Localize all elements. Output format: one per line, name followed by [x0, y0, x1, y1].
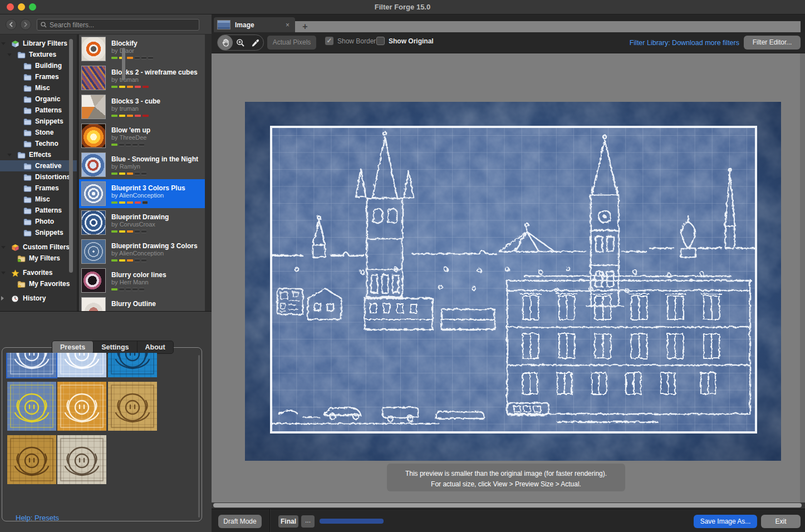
forward-button[interactable] — [20, 19, 31, 30]
presets-scrollbar[interactable] — [198, 355, 200, 518]
tree-item-frames[interactable]: Frames — [0, 183, 77, 194]
disclosure-down-icon[interactable] — [1, 42, 6, 45]
presets-tab-about[interactable]: About — [138, 341, 173, 353]
help-presets-link[interactable]: Help: Presets — [16, 514, 59, 522]
filter-item-blocks-3-cube[interactable]: Blocks 3 - cubeby truman — [79, 92, 205, 121]
tree-item-effects[interactable]: Effects — [0, 149, 77, 160]
filter-item-blueprint-3-colors-plus[interactable]: Blueprint 3 Colors Plusby AlienConceptio… — [79, 179, 205, 208]
filter-name: Blow 'em up — [111, 126, 150, 134]
tree-item-label: Frames — [35, 73, 59, 81]
tree-item-my-favorites[interactable]: My Favorites — [0, 278, 77, 289]
presets-tab-settings[interactable]: Settings — [94, 341, 137, 353]
document-tab-bar: + Image × — [212, 14, 805, 32]
tree-item-favorites[interactable]: Favorites — [0, 267, 77, 278]
preset-tile-2[interactable] — [57, 353, 106, 377]
preset-tile-4[interactable] — [7, 382, 56, 431]
disclosure-down-icon[interactable] — [1, 246, 6, 249]
filter-name: Blueprint Drawing 3 Colors — [111, 242, 198, 250]
tree-item-history[interactable]: History — [0, 293, 77, 304]
folder-icon — [23, 196, 32, 203]
tree-item-library-filters[interactable]: Library Filters — [0, 38, 77, 49]
filter-library-link[interactable]: Filter Library: Download more filters — [630, 39, 739, 47]
show-original-checkbox[interactable] — [376, 37, 385, 45]
search-input[interactable] — [50, 21, 195, 29]
tab-image[interactable]: Image × — [214, 17, 295, 32]
filter-list-scrollbar[interactable] — [122, 48, 125, 80]
tree-item-building[interactable]: Building — [0, 60, 77, 71]
tree-item-stone[interactable]: Stone — [0, 127, 77, 138]
filter-item-blurry-outline[interactable]: Blurry Outline — [79, 295, 205, 312]
tree-item-techno[interactable]: Techno — [0, 138, 77, 149]
filter-item-blueprint-drawing-3-colors[interactable]: Blueprint Drawing 3 Colorsby AlienConcep… — [79, 237, 205, 266]
magnifier-plus-icon — [236, 38, 245, 47]
preview-canvas[interactable]: This preview is smaller than the origina… — [212, 53, 805, 503]
tree-item-distortions[interactable]: Distortions — [0, 171, 77, 183]
filter-item-blurry-color-lines[interactable]: Blurry color linesby Herr Mann — [79, 266, 205, 295]
tree-item-photo[interactable]: Photo — [0, 216, 77, 227]
preset-tile-1[interactable] — [7, 353, 56, 377]
filter-rating-bar — [111, 144, 144, 146]
presets-tab-presets[interactable]: Presets — [52, 341, 94, 353]
draft-mode-button[interactable]: Draft Mode — [218, 515, 262, 528]
save-image-as-button[interactable]: Save Image As... — [694, 515, 757, 528]
tab-close-icon[interactable]: × — [286, 21, 289, 29]
filter-item-blockify[interactable]: Blockifyby Diaor — [79, 35, 205, 63]
filter-rating-bar — [111, 259, 146, 262]
filter-item-blueprint-drawing[interactable]: Blueprint Drawingby CorvusCroax — [79, 208, 205, 237]
search-icon — [41, 22, 47, 28]
tree-item-label: Library Filters — [23, 40, 67, 47]
tree-item-label: Techno — [35, 140, 58, 147]
tree-item-creative[interactable]: Creative — [0, 160, 77, 171]
tree-item-patterns[interactable]: Patterns — [0, 105, 77, 116]
disclosure-down-icon[interactable] — [7, 154, 12, 156]
preview-toolbar: Actual Pixels ✓ Show Border Show Origina… — [212, 32, 805, 53]
hand-tool-button[interactable] — [218, 35, 233, 50]
disclosure-down-icon[interactable] — [7, 53, 12, 56]
preset-tile-6[interactable] — [108, 382, 157, 431]
tree-item-label: Misc — [35, 84, 50, 92]
filter-author: by AlienConception — [111, 250, 164, 257]
disclosure-down-icon[interactable] — [1, 272, 6, 274]
filter-item-blow-em-up[interactable]: Blow 'em upby ThreeDee — [79, 121, 205, 150]
quality-options-button[interactable]: ... — [301, 515, 315, 528]
tree-item-snippets[interactable]: Snippets — [0, 227, 77, 238]
tree-item-misc[interactable]: Misc — [0, 82, 77, 93]
search-box[interactable] — [37, 19, 199, 31]
filter-item-blue-snowing-in-the-night[interactable]: Blue - Snowing in the Nightby Ramlyn — [79, 150, 205, 179]
tree-item-organic[interactable]: Organic — [0, 93, 77, 105]
eyedropper-tool-button[interactable] — [248, 35, 263, 50]
filter-name: Blueprint Drawing — [111, 213, 169, 221]
exit-button[interactable]: Exit — [761, 515, 801, 528]
tree-item-my-filters[interactable]: My Filters — [0, 253, 77, 264]
back-button[interactable] — [6, 19, 17, 30]
tree-item-patterns[interactable]: Patterns — [0, 205, 77, 216]
filter-rating-bar — [111, 288, 144, 290]
tree-item-label: Favorites — [23, 269, 52, 277]
disclosure-right-icon[interactable] — [1, 296, 4, 301]
horizontal-scrollbar[interactable] — [212, 503, 805, 509]
preset-tile-5[interactable] — [57, 382, 106, 431]
filter-item-blocks-2-wireframe-cubes[interactable]: Blocks 2 - wireframe cubesby truman — [79, 63, 205, 92]
clock-icon — [11, 295, 19, 302]
preset-tile-7[interactable] — [7, 435, 56, 484]
notice-line-2: For actual size, click View > Preview Si… — [387, 479, 625, 490]
tree-item-snippets[interactable]: Snippets — [0, 116, 77, 127]
preset-tile-3[interactable] — [108, 353, 157, 377]
tree-item-frames[interactable]: Frames — [0, 71, 77, 82]
show-border-checkbox[interactable]: ✓ — [325, 37, 333, 45]
filter-editor-button[interactable]: Filter Editor... — [744, 36, 801, 50]
tree-item-label: Creative — [35, 162, 61, 170]
tree-scrollbar[interactable] — [69, 39, 73, 273]
zoom-tool-button[interactable] — [233, 35, 248, 50]
filter-author: by ThreeDee — [111, 134, 146, 141]
presets-grid — [2, 353, 198, 519]
new-tab-button[interactable]: + — [300, 21, 311, 32]
tree-item-textures[interactable]: Textures — [0, 49, 77, 60]
preset-tile-8[interactable] — [57, 435, 106, 484]
tree-item-custom-filters[interactable]: Custom Filters — [0, 242, 77, 253]
filter-name: Blocks 3 - cube — [111, 97, 160, 105]
actual-pixels-button[interactable]: Actual Pixels — [267, 36, 316, 50]
tree-item-misc[interactable]: Misc — [0, 194, 77, 205]
horizontal-scrollbar-thumb[interactable] — [213, 503, 802, 508]
final-quality-button[interactable]: Final — [278, 515, 298, 528]
